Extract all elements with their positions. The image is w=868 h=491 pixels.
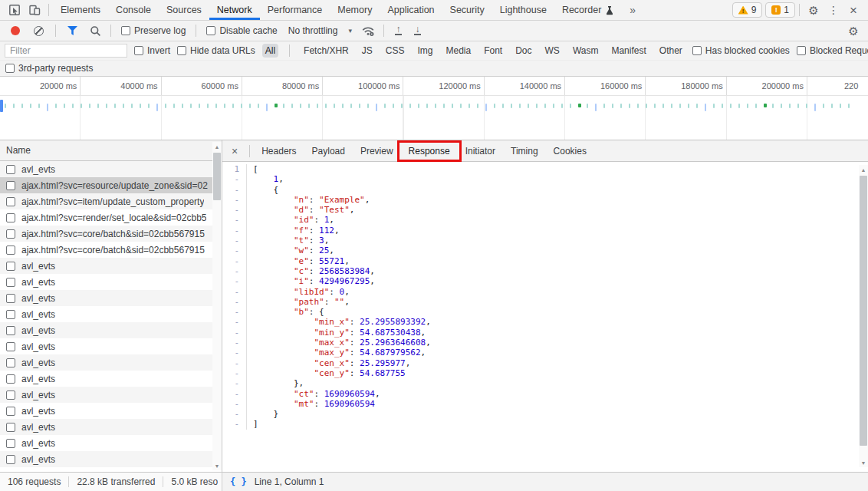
has-blocked-cookies-checkbox[interactable]: Has blocked cookies — [692, 45, 790, 56]
scroll-down-icon[interactable]: ▼ — [861, 460, 866, 467]
detail-tab-response[interactable]: Response — [401, 140, 458, 161]
export-har-icon[interactable]: ↓ — [414, 26, 421, 35]
request-checkbox[interactable] — [6, 439, 15, 448]
request-checkbox[interactable] — [6, 197, 15, 206]
detail-tab-initiator[interactable]: Initiator — [458, 140, 503, 161]
tab-console[interactable]: Console — [108, 0, 159, 20]
tab-network[interactable]: Network — [209, 0, 260, 20]
request-row[interactable]: avl_evts — [0, 354, 212, 371]
device-toolbar-icon[interactable] — [25, 2, 44, 18]
request-checkbox[interactable] — [6, 374, 15, 384]
request-row[interactable]: avl_evts — [0, 338, 212, 354]
request-list-scrollbar[interactable]: ▲ ▼ — [212, 142, 222, 470]
request-row[interactable]: avl_evts — [0, 274, 212, 290]
filter-chip-doc[interactable]: Doc — [512, 44, 534, 58]
record-network-log-icon[interactable] — [11, 26, 20, 35]
invert-checkbox[interactable]: Invert — [134, 45, 170, 56]
throttling-select[interactable]: No throttling ▾ — [284, 25, 357, 36]
request-row[interactable]: avl_evts — [0, 161, 212, 177]
more-panels-icon[interactable]: » — [622, 4, 643, 16]
tab-performance[interactable]: Performance — [260, 0, 330, 20]
hide-data-urls-checkbox[interactable]: Hide data URLs — [177, 45, 255, 56]
detail-tab-cookies[interactable]: Cookies — [546, 140, 594, 161]
scroll-up-icon[interactable]: ▲ — [215, 143, 220, 151]
request-row[interactable]: ajax.html?svc=item/update_custom_propert… — [0, 193, 212, 209]
filter-chip-img[interactable]: Img — [414, 44, 436, 58]
tab-elements[interactable]: Elements — [53, 0, 108, 20]
request-checkbox[interactable] — [6, 326, 15, 335]
inspect-element-icon[interactable] — [5, 2, 25, 18]
request-checkbox[interactable] — [6, 455, 15, 464]
request-row[interactable]: avl_evts — [0, 435, 212, 451]
tab-memory[interactable]: Memory — [330, 0, 380, 20]
detail-tab-headers[interactable]: Headers — [254, 140, 304, 161]
request-row[interactable]: ajax.html?svc=core/batch&sid=02cbb567915 — [0, 242, 212, 258]
request-checkbox[interactable] — [6, 342, 15, 351]
more-options-icon[interactable]: ⋮ — [824, 2, 843, 18]
request-checkbox[interactable] — [6, 278, 15, 287]
scrollbar-thumb[interactable] — [860, 176, 867, 446]
request-row[interactable]: avl_evts — [0, 387, 212, 403]
issues-badge[interactable]: ! 1 — [765, 2, 795, 18]
request-checkbox[interactable] — [6, 165, 15, 174]
request-checkbox[interactable] — [6, 294, 15, 303]
request-checkbox[interactable] — [6, 407, 15, 416]
scrollbar-thumb[interactable] — [213, 153, 221, 200]
request-checkbox[interactable] — [6, 246, 15, 255]
request-row[interactable]: ajax.html?svc=resource/update_zone&sid=0… — [0, 177, 212, 193]
request-row[interactable]: ajax.html?svc=render/set_locale&sid=02cb… — [0, 209, 212, 226]
close-devtools-icon[interactable]: × — [843, 2, 863, 18]
request-checkbox[interactable] — [6, 423, 15, 432]
request-checkbox[interactable] — [6, 213, 15, 222]
response-scrollbar[interactable]: ▲ ▼ — [859, 165, 868, 467]
filter-input[interactable] — [5, 44, 127, 58]
request-row[interactable]: avl_evts — [0, 451, 212, 467]
request-checkbox[interactable] — [6, 358, 15, 367]
network-overview-graph[interactable] — [0, 96, 868, 140]
clear-network-log-icon[interactable] — [34, 26, 44, 36]
filter-chip-fetch-xhr[interactable]: Fetch/XHR — [301, 44, 352, 58]
request-row[interactable]: avl_evts — [0, 419, 212, 435]
request-row[interactable]: avl_evts — [0, 290, 212, 306]
filter-chip-font[interactable]: Font — [481, 44, 505, 58]
filter-chip-wasm[interactable]: Wasm — [570, 44, 602, 58]
pretty-print-icon[interactable]: { } — [230, 476, 247, 487]
request-checkbox[interactable] — [6, 310, 15, 319]
detail-tab-timing[interactable]: Timing — [503, 140, 546, 161]
settings-gear-icon[interactable]: ⚙ — [804, 2, 824, 18]
request-row[interactable]: avl_evts — [0, 403, 212, 419]
console-warnings-badge[interactable]: ! 9 — [732, 2, 763, 18]
filter-chip-other[interactable]: Other — [656, 44, 686, 58]
filter-chip-manifest[interactable]: Manifest — [608, 44, 649, 58]
blocked-requests-checkbox[interactable]: Blocked Requests — [797, 45, 868, 56]
filter-chip-ws[interactable]: WS — [542, 44, 563, 58]
tab-sources[interactable]: Sources — [159, 0, 209, 20]
close-detail-icon[interactable]: × — [224, 140, 245, 161]
tab-recorder[interactable]: Recorder — [554, 0, 622, 20]
filter-funnel-icon[interactable] — [67, 26, 77, 35]
filter-chip-js[interactable]: JS — [359, 44, 376, 58]
request-row[interactable]: avl_evts — [0, 306, 212, 322]
network-settings-gear-icon[interactable]: ⚙ — [843, 22, 863, 39]
tab-security[interactable]: Security — [442, 0, 492, 20]
request-checkbox[interactable] — [6, 181, 15, 190]
filter-chip-css[interactable]: CSS — [383, 44, 408, 58]
request-row[interactable]: avl_evts — [0, 371, 212, 387]
request-row[interactable]: avl_evts — [0, 322, 212, 338]
scroll-down-icon[interactable]: ▼ — [215, 463, 220, 470]
request-row[interactable]: avl_evts — [0, 258, 212, 274]
request-row[interactable]: ajax.html?svc=core/batch&sid=02cbb567915 — [0, 226, 212, 242]
name-column-header[interactable]: Name — [0, 140, 222, 161]
import-har-icon[interactable]: ↑ — [395, 26, 402, 35]
disable-cache-checkbox[interactable]: Disable cache — [202, 25, 281, 36]
search-icon[interactable] — [85, 22, 105, 39]
filter-chip-all[interactable]: All — [262, 44, 278, 58]
detail-tab-payload[interactable]: Payload — [304, 140, 353, 161]
request-checkbox[interactable] — [6, 390, 15, 400]
preserve-log-checkbox[interactable]: Preserve log — [117, 25, 190, 36]
response-code-viewer[interactable]: 1[- 1,- {- "n": "Example",- "d": "Test",… — [222, 162, 859, 472]
tab-application[interactable]: Application — [380, 0, 442, 20]
scroll-up-icon[interactable]: ▲ — [861, 166, 866, 174]
request-checkbox[interactable] — [6, 229, 15, 239]
detail-tab-preview[interactable]: Preview — [353, 140, 401, 161]
